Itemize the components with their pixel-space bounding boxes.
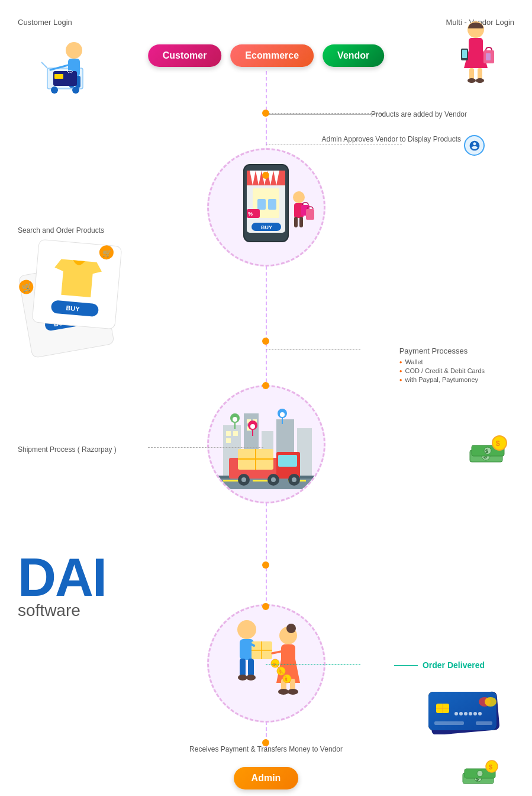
shipment-illustration <box>207 385 325 503</box>
svg-rect-52 <box>226 438 231 443</box>
svg-point-119 <box>478 712 482 715</box>
svg-rect-8 <box>54 74 63 79</box>
svg-point-98 <box>278 689 289 695</box>
svg-rect-88 <box>240 659 246 676</box>
money-icon-shipment: $ $ $ <box>467 432 508 471</box>
svg-text:$: $ <box>285 677 288 682</box>
svg-point-65 <box>241 477 246 482</box>
svg-rect-51 <box>233 431 238 436</box>
svg-text:$: $ <box>489 763 492 771</box>
svg-point-86 <box>237 620 256 639</box>
vendor-pill: Vendor <box>323 44 384 67</box>
admin-approves-line <box>266 145 402 145</box>
svg-point-67 <box>271 477 276 482</box>
svg-text:$: $ <box>485 448 488 454</box>
svg-text:BUY: BUY <box>66 304 80 313</box>
svg-rect-123 <box>476 721 492 725</box>
svg-point-118 <box>473 712 477 715</box>
svg-point-72 <box>250 424 255 429</box>
order-delivered-label: Order Delivered <box>394 660 485 670</box>
pills-container: Customer Ecommerce Vendor <box>148 44 385 67</box>
svg-rect-30 <box>294 217 298 227</box>
svg-rect-18 <box>462 50 467 58</box>
vendor-figure <box>449 18 502 95</box>
products-added-label: Products are added by Vendor <box>371 110 467 118</box>
svg-rect-122 <box>434 721 464 725</box>
search-order-label: Search and Order Products <box>18 225 104 236</box>
svg-text:BUY: BUY <box>261 224 272 230</box>
svg-point-117 <box>469 712 472 715</box>
svg-rect-33 <box>306 209 314 220</box>
svg-point-114 <box>454 712 458 715</box>
payment-line <box>266 349 360 350</box>
dai-text: DAI <box>18 551 106 604</box>
dai-software-logo: DAI software <box>18 551 106 620</box>
svg-text:🛒: 🛒 <box>102 248 112 258</box>
delivery-circle-section: $ $ $ <box>207 604 325 723</box>
svg-rect-23 <box>268 199 276 210</box>
order-delivered-line <box>266 664 360 665</box>
product-cards-illustration: BUY 🛒 BUY 🛒 <box>12 237 142 370</box>
customer-figure <box>30 36 101 101</box>
admin-approves-label: Admin Approves Vendor to Display Product… <box>322 135 461 143</box>
svg-rect-63 <box>278 455 297 467</box>
svg-rect-31 <box>299 217 303 227</box>
delivery-illustration: $ $ $ <box>207 604 325 723</box>
svg-point-90 <box>238 675 247 681</box>
svg-point-74 <box>280 412 285 417</box>
delivery-top-dot <box>262 603 269 610</box>
admin-gear-icon <box>464 135 485 156</box>
svg-point-121 <box>485 697 496 707</box>
payment-list: Wallet COD / Credit & Debit Cards with P… <box>399 358 485 383</box>
customer-login-label: Customer Login <box>18 18 72 28</box>
svg-rect-50 <box>226 431 231 436</box>
svg-point-94 <box>286 624 296 633</box>
payment-title: Payment Processes <box>399 346 485 355</box>
money-icon-admin: $ $ <box>461 758 499 790</box>
svg-point-3 <box>66 42 82 59</box>
svg-point-69 <box>292 477 296 482</box>
payment-item-wallet: Wallet <box>399 358 485 365</box>
products-dot <box>262 110 269 117</box>
svg-rect-89 <box>248 659 254 676</box>
admin-top-dot <box>262 739 269 746</box>
svg-point-1 <box>51 86 58 94</box>
svg-rect-22 <box>257 199 266 210</box>
shipment-label: Shipment Process ( Razorpay ) <box>18 444 117 455</box>
svg-point-13 <box>467 78 476 83</box>
svg-point-116 <box>464 712 467 715</box>
svg-point-128 <box>477 771 483 776</box>
svg-text:$: $ <box>496 439 500 448</box>
shipment-bottom-dot <box>262 561 269 569</box>
payment-item-paypal: with Paypal, Paytumoney <box>399 376 485 383</box>
svg-rect-16 <box>486 53 491 60</box>
payment-dot <box>262 338 269 345</box>
shopping-top-dot <box>262 172 269 179</box>
svg-point-14 <box>476 78 484 83</box>
products-line <box>266 113 384 114</box>
page-container: Customer Login Multi - Vendor Login <box>0 0 532 796</box>
shipment-circle-section <box>207 385 325 503</box>
svg-point-76 <box>233 417 237 422</box>
credit-card-illustration <box>425 687 502 737</box>
payment-info-panel: Payment Processes Wallet COD / Credit & … <box>399 346 485 385</box>
svg-rect-56 <box>211 477 321 489</box>
shipment-line <box>148 447 263 448</box>
svg-text:%: % <box>248 211 253 217</box>
svg-text:$: $ <box>279 669 282 675</box>
payment-item-cod: COD / Credit & Debit Cards <box>399 367 485 374</box>
shopping-circle-section: % BUY <box>207 148 325 267</box>
admin-pill: Admin <box>234 767 299 789</box>
svg-point-99 <box>288 689 298 695</box>
shipment-top-dot <box>262 382 269 389</box>
svg-point-115 <box>459 712 463 715</box>
shopping-illustration: % BUY <box>207 148 325 267</box>
svg-point-91 <box>246 675 256 681</box>
ecommerce-pill: Ecommerce <box>230 44 314 67</box>
customer-pill: Customer <box>148 44 222 67</box>
receives-payment-label: Receives Payment & Transfers Money to Ve… <box>189 745 343 753</box>
svg-point-28 <box>293 191 305 203</box>
